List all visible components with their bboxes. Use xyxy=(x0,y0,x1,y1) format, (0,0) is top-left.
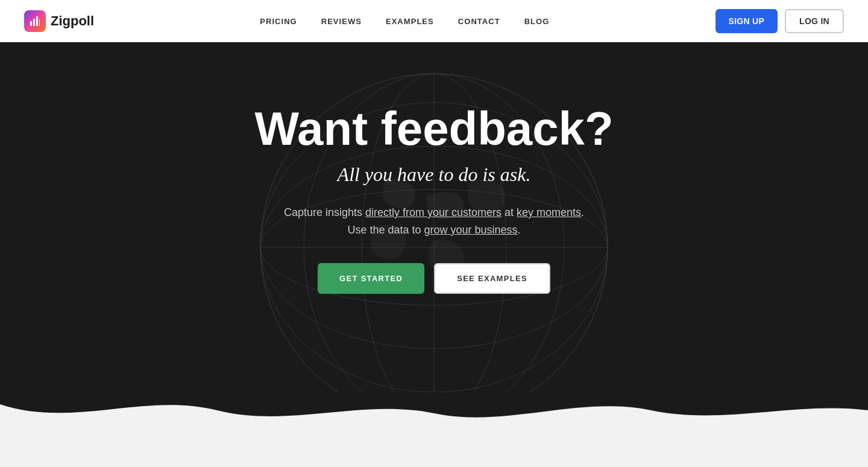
hero-subtitle: All you have to do is ask. xyxy=(338,164,531,186)
nav-item-contact[interactable]: CONTACT xyxy=(458,16,500,27)
logo-link[interactable]: Zigpoll xyxy=(24,10,94,32)
hero-desc-link2: key moments xyxy=(517,206,581,218)
hero-description: Capture insights directly from your cust… xyxy=(274,204,594,239)
hero-title: Want feedback? xyxy=(254,104,613,154)
logos-section: Zigpoll is the trusted feedback partner … xyxy=(0,440,868,467)
nav-item-pricing[interactable]: PRICING xyxy=(260,16,297,27)
hero-cta-group: GET STARTED SEE EXAMPLES xyxy=(318,263,550,294)
hero-desc-part1: Capture insights xyxy=(284,206,365,218)
nav-links: PRICING REVIEWS EXAMPLES CONTACT BLOG xyxy=(260,16,549,27)
signup-button[interactable]: SIGN UP xyxy=(715,9,778,33)
logo-icon xyxy=(24,10,46,32)
hero-section: Want feedback? All you have to do is ask… xyxy=(0,42,868,392)
hero-desc-part4: . xyxy=(518,224,521,236)
svg-rect-0 xyxy=(30,21,32,26)
nav-link-reviews[interactable]: REVIEWS xyxy=(321,17,362,26)
logo-text: Zigpoll xyxy=(51,13,94,29)
svg-rect-2 xyxy=(36,16,38,26)
nav-link-examples[interactable]: EXAMPLES xyxy=(386,17,434,26)
nav-item-blog[interactable]: BLOG xyxy=(524,16,550,27)
login-button[interactable]: LOG IN xyxy=(785,9,844,33)
logo-chart-icon xyxy=(29,15,41,27)
navbar: Zigpoll PRICING REVIEWS EXAMPLES CONTACT… xyxy=(0,0,868,42)
nav-item-reviews[interactable]: REVIEWS xyxy=(321,16,362,27)
see-examples-button[interactable]: SEE EXAMPLES xyxy=(434,263,550,294)
hero-desc-link3: grow your business xyxy=(424,224,518,236)
hero-desc-link1: directly from your customers xyxy=(365,206,502,218)
svg-rect-3 xyxy=(39,19,40,26)
nav-link-pricing[interactable]: PRICING xyxy=(260,17,297,26)
hero-desc-part2: at xyxy=(502,206,517,218)
get-started-button[interactable]: GET STARTED xyxy=(318,263,424,294)
wave-divider xyxy=(0,392,868,440)
nav-actions: SIGN UP LOG IN xyxy=(715,9,844,33)
svg-rect-1 xyxy=(33,19,35,26)
nav-link-contact[interactable]: CONTACT xyxy=(458,17,500,26)
nav-link-blog[interactable]: BLOG xyxy=(524,17,550,26)
nav-item-examples[interactable]: EXAMPLES xyxy=(386,16,434,27)
